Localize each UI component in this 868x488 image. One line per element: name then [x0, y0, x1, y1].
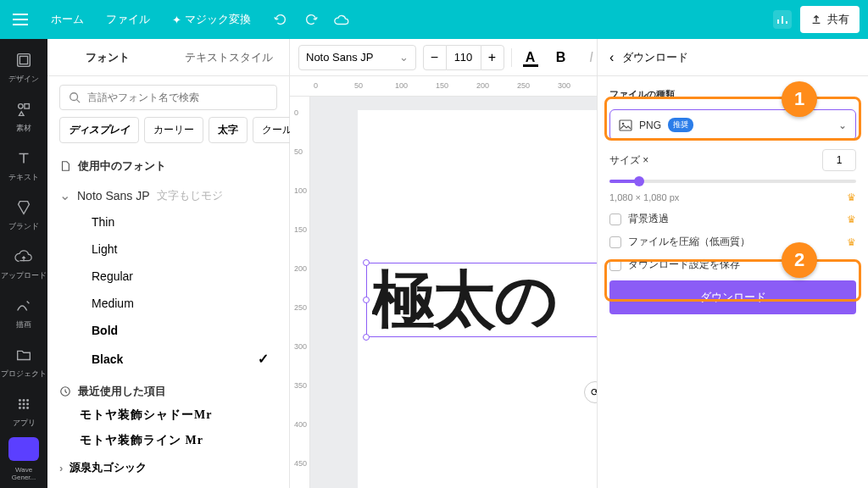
search-wrap	[47, 76, 289, 117]
using-header-label: 使用中のフォント	[78, 158, 166, 174]
search-icon	[69, 92, 81, 103]
image-icon	[619, 119, 632, 132]
transparent-row[interactable]: 背景透過 ♛	[609, 212, 856, 226]
tab-text-style[interactable]: テキストスタイル	[169, 39, 290, 75]
filetype-select[interactable]: PNG 推奨 ⌄	[609, 109, 856, 141]
size-label: サイズ ×	[609, 153, 648, 168]
rail-text[interactable]: テキスト	[0, 142, 47, 191]
canvas-area: Noto Sans JP ⌄ − + A B I 050100150200250…	[290, 39, 868, 488]
bold-button[interactable]: B	[549, 46, 573, 69]
rail-app-label: Wave Gener...	[0, 466, 47, 488]
size-increase[interactable]: +	[481, 45, 504, 70]
back-icon[interactable]: ‹	[609, 50, 614, 65]
rail-design[interactable]: デザイン	[0, 44, 47, 93]
resize-handle[interactable]	[363, 334, 370, 341]
redo-icon[interactable]	[302, 10, 320, 29]
resize-handle[interactable]	[363, 259, 370, 266]
compress-row[interactable]: ファイルを圧縮（低画質） ♛	[609, 235, 856, 249]
recent-font-2[interactable]: モトヤ装飾ライン Mr	[47, 428, 289, 453]
text-color-button[interactable]: A	[519, 46, 542, 69]
checkbox[interactable]	[609, 236, 621, 248]
size-input[interactable]	[447, 45, 481, 70]
chip-curly[interactable]: カーリー	[144, 117, 203, 143]
search-box[interactable]	[59, 85, 277, 110]
undo-icon[interactable]	[271, 10, 290, 29]
compress-label: ファイルを圧縮（低画質）	[628, 235, 750, 249]
size-decrease[interactable]: −	[423, 45, 447, 70]
chevron-right-icon: ›	[59, 462, 63, 474]
weight-medium[interactable]: Medium	[92, 297, 277, 310]
header-right: 共有	[773, 6, 860, 33]
nav-magic[interactable]: ✦ マジック変換	[164, 7, 259, 32]
side-tabs: フォント テキストスタイル	[47, 39, 289, 76]
weight-regular[interactable]: Regular	[92, 269, 277, 283]
dimensions-label: 1,080 × 1,080 px	[609, 192, 679, 202]
analytics-icon[interactable]	[773, 10, 792, 29]
size-group: − +	[423, 45, 504, 70]
rail-app-thumb[interactable]	[8, 437, 39, 461]
download-panel: ‹ ダウンロード ファイルの種類 PNG 推奨 ⌄ サイズ × 1,080 × …	[597, 39, 868, 488]
left-rail: デザイン 素材 テキスト ブランド アップロード 描画 プロジェクト アプリ W…	[0, 39, 47, 488]
chevron-down-icon: ⌄	[838, 119, 847, 131]
crown-icon: ♛	[847, 191, 856, 203]
rail-elements[interactable]: 素材	[0, 93, 47, 142]
rail-brand[interactable]: ブランド	[0, 191, 47, 241]
rail-upload[interactable]: アップロード	[0, 241, 47, 290]
check-icon: ✓	[258, 351, 269, 367]
weight-light[interactable]: Light	[92, 242, 277, 256]
resize-handle[interactable]	[363, 297, 370, 303]
recent-font-3[interactable]: ›源泉丸ゴシック	[47, 453, 289, 482]
filter-chips: ディスプレイ カーリー 太字 クール ›	[47, 117, 289, 150]
checkbox[interactable]	[609, 259, 621, 271]
crown-icon: ♛	[847, 236, 856, 248]
save-settings-row[interactable]: ダウンロード設定を保存	[609, 258, 856, 272]
size-multiplier-input[interactable]	[822, 149, 856, 171]
font-panel: フォント テキストスタイル ディスプレイ カーリー 太字 クール › 使用中のフ…	[47, 39, 290, 488]
nav-file[interactable]: ファイル	[97, 7, 159, 32]
recent-header-label: 最近使用した項目	[78, 384, 166, 399]
weight-bold[interactable]: Bold	[92, 324, 277, 337]
svg-rect-18	[620, 120, 632, 130]
rail-projects[interactable]: プロジェクト	[0, 339, 47, 388]
header-nav: ホーム ファイル ✦ マジック変換	[42, 7, 259, 32]
clock-icon	[59, 385, 71, 397]
annotation-1: 1	[782, 81, 817, 117]
download-header: ‹ ダウンロード	[598, 39, 868, 76]
size-slider[interactable]	[609, 180, 856, 183]
svg-point-12	[26, 407, 29, 409]
cloud-icon[interactable]	[332, 10, 351, 29]
ruler-vertical: 050100150200250300350400450	[290, 97, 310, 488]
font-family-name: Noto Sans JP	[77, 189, 150, 202]
font-select[interactable]: Noto Sans JP ⌄	[298, 45, 416, 70]
rail-apps[interactable]: アプリ	[0, 388, 47, 437]
svg-point-7	[19, 403, 21, 406]
svg-point-2	[19, 104, 23, 108]
download-title: ダウンロード	[622, 50, 688, 65]
search-input[interactable]	[87, 92, 268, 103]
weight-thin[interactable]: Thin	[92, 215, 277, 229]
share-button[interactable]: 共有	[800, 6, 860, 33]
svg-point-8	[23, 403, 25, 406]
checkbox[interactable]	[609, 214, 621, 225]
recent-font-1[interactable]: モトヤ装飾シャドーMr	[47, 402, 289, 428]
nav-home[interactable]: ホーム	[42, 7, 92, 32]
svg-rect-1	[19, 56, 27, 64]
section-using: 使用中のフォント	[47, 150, 289, 177]
transparent-label: 背景透過	[628, 212, 669, 226]
share-label: 共有	[827, 12, 849, 27]
chevron-down-icon: ⌄	[59, 187, 70, 203]
tab-font[interactable]: フォント	[47, 39, 169, 75]
font-sample: 文字もじモジ	[157, 188, 223, 203]
download-button[interactable]: ダウンロード	[609, 280, 856, 314]
font-family-row[interactable]: ⌄ Noto Sans JP 文字もじモジ	[59, 180, 277, 210]
main-area: デザイン 素材 テキスト ブランド アップロード 描画 プロジェクト アプリ W…	[0, 39, 868, 488]
menu-icon[interactable]	[8, 8, 32, 31]
chip-heavy[interactable]: 太字	[209, 117, 248, 143]
chip-display[interactable]: ディスプレイ	[59, 117, 139, 143]
font-group-noto: ⌄ Noto Sans JP 文字もじモジ Thin Light Regular…	[47, 177, 289, 375]
svg-point-4	[19, 399, 21, 402]
suggested-badge: 推奨	[668, 118, 693, 132]
rail-draw[interactable]: 描画	[0, 290, 47, 339]
upload-icon	[810, 14, 822, 25]
weight-black[interactable]: Black✓	[92, 351, 277, 367]
